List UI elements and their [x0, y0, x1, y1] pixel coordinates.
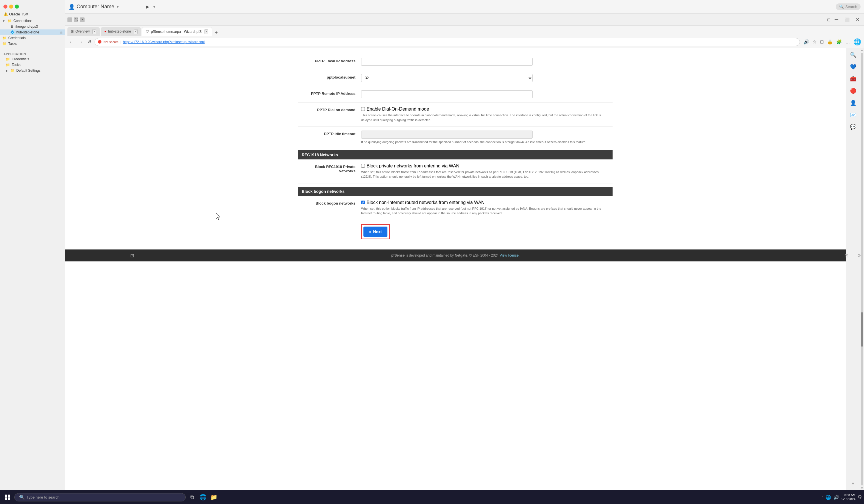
computer-name-display: 👤 Computer Name ▼ [69, 4, 119, 10]
connection-icon: 🖥 [10, 25, 14, 28]
split-screen-button[interactable]: ⊟ [819, 38, 825, 46]
taskbar-chevron-icon[interactable]: ^ [821, 495, 823, 499]
sidebar-item-tasks-top[interactable]: 📁 Tasks [0, 41, 65, 47]
taskbar-search-bar[interactable]: 🔍 Type here to search [14, 493, 186, 501]
tab-overview-close[interactable]: ✕ [93, 29, 96, 34]
pptp-local-ip-input[interactable] [361, 58, 532, 66]
tab-pfsense-close[interactable]: ✕ [205, 29, 208, 34]
sidebar-item-default-settings[interactable]: ▶ 📁 Default Settings [0, 68, 65, 73]
edge-history-icon[interactable]: 🔴 [849, 86, 858, 95]
block-bogon-check-row: Block non-Internet routed networks from … [361, 200, 613, 205]
win-close-btn[interactable]: ✕ [853, 17, 862, 22]
edge-teams-icon[interactable]: 💬 [849, 122, 858, 131]
taskbar-notification-icon[interactable]: 🗨 [858, 495, 862, 500]
pptp-local-ip-row: PPTP Local IP Address [298, 54, 613, 70]
scroll-up-button[interactable]: ▲ [861, 49, 863, 52]
scroll-thumb[interactable] [861, 312, 863, 347]
topbar-search[interactable]: 🔍 Search [836, 3, 861, 10]
view-license-link[interactable]: View license. [500, 253, 520, 257]
edge-sidebar: 🔍 💙 🧰 🔴 👤 📧 💬 + [846, 48, 860, 490]
folder-credentials-icon: 📁 [2, 36, 7, 40]
new-tab-button[interactable]: + [213, 30, 220, 36]
tab-hub-close[interactable]: ✕ [134, 29, 137, 34]
next-button[interactable]: » Next [363, 227, 387, 237]
maximize-traffic-light[interactable] [15, 4, 19, 9]
sidebar: ⚠️ Oracle TSX ▼ 📁 Connections 🖥 ihoogend… [0, 0, 65, 504]
svg-rect-1 [8, 494, 10, 497]
maximize-button[interactable]: ⛶ [74, 17, 78, 22]
window-close-button[interactable]: ✕ [80, 17, 85, 22]
not-secure-indicator: 🔴 [98, 40, 102, 44]
pptp-dial-checkbox-label: Enable Dial-On-Demand mode [367, 107, 429, 112]
block-rfc1918-label: Block RFC1918 Private Networks [298, 164, 361, 173]
browser-extensions-button[interactable]: 🧩 [835, 38, 843, 46]
block-bogon-checkbox[interactable] [361, 201, 365, 204]
search-icon: 🔍 [839, 4, 844, 9]
forward-button[interactable]: → [77, 38, 84, 46]
tab-overview[interactable]: ⊞ Overview ✕ [68, 27, 100, 36]
pptp-local-subnet-select[interactable]: 32 30 29 28 27 26 25 24 [361, 74, 532, 82]
traffic-lights [3, 4, 19, 9]
sidebar-item-tasks-app[interactable]: 📁 Tasks [0, 62, 65, 68]
pptp-dial-checkbox[interactable] [361, 107, 365, 111]
pptp-dial-field: Enable Dial-On-Demand mode This option c… [361, 107, 613, 122]
not-secure-text: Not secure [104, 40, 119, 44]
tab-pfsense[interactable]: 🛡 pfSense.home.arpa - Wizard: pfS ✕ [142, 27, 212, 36]
taskbar-task-view[interactable]: ⧉ [188, 493, 196, 502]
address-bar[interactable]: 🔴 Not secure | https://172.16.0.20/wizar… [95, 38, 800, 46]
connections-label: Connections [13, 19, 33, 23]
start-button[interactable] [2, 492, 13, 502]
topbar-dropdown-icon[interactable]: ▼ [116, 5, 119, 9]
win-restore-btn[interactable]: ⬜ [842, 17, 852, 22]
sidebar-item-connections[interactable]: ▼ 📁 Connections [0, 18, 65, 24]
edge-apps-icon[interactable]: 🧰 [849, 74, 858, 83]
scrollbar[interactable]: ▲ ▼ [860, 48, 864, 490]
taskbar-edge-icon[interactable]: 🌐 [198, 493, 207, 502]
application-section-header: Application [0, 51, 65, 56]
scroll-down-button[interactable]: ▼ [861, 487, 863, 490]
nav-bar: ← → ↺ 🔴 Not secure | https://172.16.0.20… [65, 36, 864, 48]
edge-add-icon[interactable]: + [849, 479, 858, 488]
pptp-remote-ip-input[interactable] [361, 90, 532, 98]
win-minimize-btn[interactable]: ─ [832, 16, 841, 23]
add-to-browser-button[interactable]: 🔒 [826, 38, 834, 46]
minimize-button[interactable]: — [68, 17, 72, 22]
taskbar-network-icon[interactable]: 🌐 [826, 494, 831, 500]
edge-outlook-icon[interactable]: 📧 [849, 110, 858, 119]
sidebar-item-hub-step-stone[interactable]: 💠 hub-step-stone ⏏ [0, 29, 65, 35]
pptp-local-subnet-label: pptplocalsubnet [298, 74, 361, 80]
edge-search-icon[interactable]: 🔍 [849, 50, 858, 59]
play-dropdown-icon[interactable]: ▼ [153, 5, 156, 9]
block-rfc1918-row: Block RFC1918 Private Networks Block pri… [298, 159, 613, 183]
block-rfc1918-checkbox[interactable] [361, 164, 365, 168]
address-url[interactable]: https://172.16.0.20/wizard.php?xml=setup… [123, 40, 205, 44]
folder-tasks-icon: 📁 [2, 42, 7, 46]
close-traffic-light[interactable] [3, 4, 8, 9]
folder-icon-4: 📁 [10, 69, 14, 73]
sidebar-item-credentials-top[interactable]: 📁 Credentials [0, 35, 65, 41]
window-tile-button[interactable]: ⊡ [827, 17, 830, 22]
edge-wallet-icon[interactable]: 👤 [849, 98, 858, 107]
tab-bar: ⊞ Overview ✕ ● hub-step-stone ✕ 🛡 pfSens… [65, 26, 864, 36]
back-button[interactable]: ← [68, 38, 75, 46]
refresh-button[interactable]: ↺ [86, 38, 92, 46]
footer-icon-left[interactable]: ⊡ [130, 253, 134, 258]
next-button-highlight: » Next [361, 224, 390, 239]
edge-favorites-icon[interactable]: 💙 [849, 62, 858, 71]
browser-more-button[interactable]: … [844, 38, 851, 46]
tab-hub-step-stone[interactable]: ● hub-step-stone ✕ [101, 27, 141, 36]
browser-footer: pfSense is developed and maintained by N… [65, 250, 846, 261]
footer-icon-right[interactable]: ⊡ [844, 253, 846, 258]
taskbar-speaker-icon[interactable]: 🔊 [833, 494, 839, 500]
pptp-idle-input[interactable] [361, 131, 532, 139]
minimize-traffic-light[interactable] [9, 4, 13, 9]
pptp-local-ip-label: PPTP Local IP Address [298, 58, 361, 63]
read-aloud-button[interactable]: 🔊 [802, 38, 810, 46]
sidebar-item-credentials-app[interactable]: 📁 Credentials [0, 56, 65, 62]
block-rfc1918-check-row: Block private networks from entering via… [361, 164, 613, 169]
scroll-track [861, 53, 863, 485]
sidebar-item-ihoogend[interactable]: 🖥 ihoogend-vps3 [0, 24, 65, 29]
play-button[interactable]: ▶ [146, 4, 149, 10]
taskbar-explorer-icon[interactable]: 📁 [209, 493, 218, 502]
favorites-button[interactable]: ☆ [812, 38, 818, 46]
